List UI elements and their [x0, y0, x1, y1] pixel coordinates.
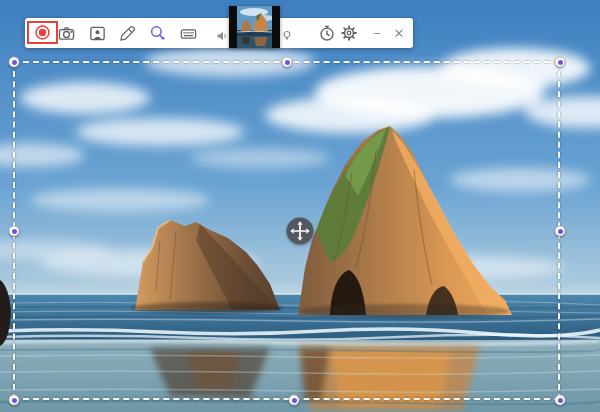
screen-capture-overlay: − ✕: [0, 0, 600, 412]
minimize-button[interactable]: −: [366, 22, 388, 44]
timer-button[interactable]: [316, 22, 338, 44]
window-capture-button[interactable]: [86, 22, 108, 44]
timer-clock-icon: [318, 24, 336, 42]
magnifier-button[interactable]: [146, 22, 168, 44]
selection-handle-top-middle[interactable]: [282, 57, 293, 68]
close-button[interactable]: ✕: [388, 22, 410, 44]
selection-handle-bottom-left[interactable]: [9, 395, 20, 406]
selection-handle-top-right[interactable]: [555, 57, 566, 68]
record-icon: [34, 24, 51, 41]
capture-toolbar: − ✕: [25, 18, 413, 48]
record-button[interactable]: [27, 21, 58, 44]
pencil-icon: [118, 24, 137, 43]
selection-handle-middle-left[interactable]: [9, 226, 20, 237]
preview-photo-icon: [237, 6, 272, 48]
move-cross-icon: [290, 221, 311, 242]
edit-pencil-button[interactable]: [116, 22, 138, 44]
speaker-icon: [216, 30, 228, 42]
selection-handle-bottom-right[interactable]: [555, 395, 566, 406]
minimize-icon: −: [373, 27, 381, 40]
lightbulb-icon: [281, 30, 293, 42]
settings-button[interactable]: [338, 22, 360, 44]
lightbulb-toggle[interactable]: [280, 29, 294, 43]
capture-area-preview-thumbnail: [229, 6, 280, 48]
selection-handle-top-left[interactable]: [9, 57, 20, 68]
close-icon: ✕: [394, 27, 405, 40]
keyboard-icon: [179, 24, 198, 43]
speaker-toggle[interactable]: [215, 29, 229, 43]
move-selection-button[interactable]: [287, 218, 314, 245]
selection-handle-bottom-middle[interactable]: [289, 395, 300, 406]
camera-snapshot-button[interactable]: [55, 22, 77, 44]
camera-icon: [57, 24, 76, 43]
magnifier-icon: [148, 24, 167, 43]
window-capture-icon: [88, 24, 107, 43]
selection-handle-middle-right[interactable]: [555, 226, 566, 237]
settings-gear-icon: [340, 24, 358, 42]
keyboard-button[interactable]: [177, 22, 199, 44]
